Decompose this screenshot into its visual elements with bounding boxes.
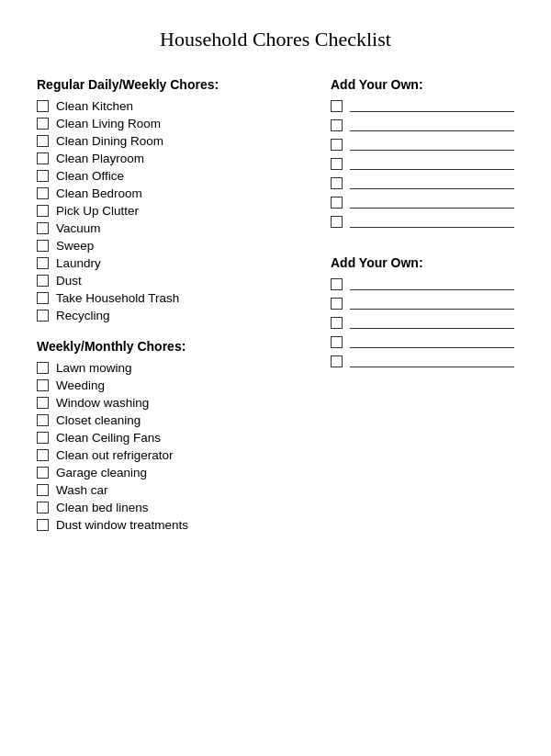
checkbox[interactable]: [37, 362, 49, 374]
add-own-checkbox[interactable]: [331, 139, 343, 151]
add-own-row: [331, 316, 514, 329]
item-label: Clean Dining Room: [56, 134, 163, 148]
add-own-line: [350, 277, 514, 290]
item-label: Pick Up Clutter: [56, 204, 139, 218]
add-own-title-2: Add Your Own:: [331, 255, 514, 270]
list-item: Vacuum: [37, 221, 312, 235]
add-own-checkbox[interactable]: [331, 355, 343, 367]
checkbox[interactable]: [37, 467, 49, 479]
add-own-row: [331, 157, 514, 170]
add-own-row: [331, 277, 514, 290]
list-item: Clean Playroom: [37, 152, 312, 165]
add-own-line: [350, 138, 514, 151]
add-own-checkbox[interactable]: [331, 298, 343, 310]
add-own-row: [331, 196, 514, 209]
add-own-checkbox[interactable]: [331, 216, 343, 228]
add-own-checkbox[interactable]: [331, 177, 343, 189]
list-item: Wash car: [37, 483, 312, 497]
page: Household Chores Checklist Regular Daily…: [0, 0, 551, 756]
add-own-line: [350, 157, 514, 170]
add-own-checkbox[interactable]: [331, 317, 343, 329]
list-item: Dust: [37, 274, 312, 288]
item-label: Laundry: [56, 256, 101, 270]
list-item: Window washing: [37, 396, 312, 410]
checkbox[interactable]: [37, 275, 49, 287]
item-label: Window washing: [56, 396, 149, 410]
left-column: Regular Daily/Weekly Chores: Clean Kitch…: [37, 77, 331, 548]
list-item: Clean Dining Room: [37, 134, 312, 148]
checkbox[interactable]: [37, 449, 49, 461]
list-item: Weeding: [37, 378, 312, 392]
item-label: Wash car: [56, 483, 108, 497]
add-own-line: [350, 215, 514, 228]
list-item: Clean Living Room: [37, 117, 312, 130]
item-label: Vacuum: [56, 221, 101, 235]
item-label: Garage cleaning: [56, 466, 147, 480]
add-own-line: [350, 176, 514, 189]
item-label: Clean Ceiling Fans: [56, 431, 161, 445]
list-item: Closet cleaning: [37, 413, 312, 427]
add-own-row: [331, 215, 514, 228]
list-item: Clean Bedroom: [37, 186, 312, 200]
add-own-title-1: Add Your Own:: [331, 77, 514, 92]
add-own-row: [331, 99, 514, 112]
checkbox[interactable]: [37, 484, 49, 496]
list-item: Clean Ceiling Fans: [37, 431, 312, 445]
item-label: Clean Kitchen: [56, 99, 133, 113]
weekly-monthly-list: Lawn mowing Weeding Window washing Close…: [37, 361, 312, 532]
add-own-checkbox[interactable]: [331, 278, 343, 290]
checkbox[interactable]: [37, 222, 49, 234]
item-label: Weeding: [56, 378, 105, 392]
checkbox[interactable]: [37, 135, 49, 147]
item-label: Dust window treatments: [56, 518, 188, 532]
checkbox[interactable]: [37, 100, 49, 112]
list-item: Dust window treatments: [37, 518, 312, 532]
section-daily-weekly: Regular Daily/Weekly Chores: Clean Kitch…: [37, 77, 312, 322]
item-label: Take Household Trash: [56, 291, 179, 305]
checkbox[interactable]: [37, 240, 49, 252]
list-item: Clean bed linens: [37, 501, 312, 514]
item-label: Clean Bedroom: [56, 186, 142, 200]
checkbox[interactable]: [37, 118, 49, 130]
item-label: Clean out refrigerator: [56, 448, 174, 462]
checkbox[interactable]: [37, 257, 49, 269]
checkbox[interactable]: [37, 187, 49, 199]
checkbox[interactable]: [37, 432, 49, 444]
checkbox[interactable]: [37, 379, 49, 391]
add-own-row: [331, 335, 514, 348]
checkbox[interactable]: [37, 152, 49, 164]
add-own-row: [331, 118, 514, 131]
add-own-section-2: Add Your Own:: [331, 255, 514, 367]
add-own-checkbox[interactable]: [331, 119, 343, 131]
add-own-section-1: Add Your Own:: [331, 77, 514, 228]
checkbox[interactable]: [37, 292, 49, 304]
list-item: Clean Office: [37, 169, 312, 183]
item-label: Clean Playroom: [56, 152, 144, 165]
add-own-row: [331, 176, 514, 189]
add-own-checkbox[interactable]: [331, 158, 343, 170]
checkbox[interactable]: [37, 502, 49, 513]
item-label: Recycling: [56, 309, 110, 322]
checkbox[interactable]: [37, 414, 49, 426]
page-title: Household Chores Checklist: [37, 28, 514, 51]
checkbox[interactable]: [37, 397, 49, 409]
list-item: Lawn mowing: [37, 361, 312, 375]
item-label: Clean bed linens: [56, 501, 149, 514]
checkbox[interactable]: [37, 205, 49, 217]
section1-title: Regular Daily/Weekly Chores:: [37, 77, 312, 92]
checkbox[interactable]: [37, 310, 49, 322]
checkbox[interactable]: [37, 170, 49, 182]
main-layout: Regular Daily/Weekly Chores: Clean Kitch…: [37, 77, 514, 548]
add-own-row: [331, 297, 514, 310]
list-item: Pick Up Clutter: [37, 204, 312, 218]
list-item: Garage cleaning: [37, 466, 312, 480]
add-own-checkbox[interactable]: [331, 336, 343, 348]
add-own-checkbox[interactable]: [331, 100, 343, 112]
checkbox[interactable]: [37, 519, 49, 531]
list-item: Clean out refrigerator: [37, 448, 312, 462]
add-own-checkbox[interactable]: [331, 197, 343, 209]
add-own-line: [350, 297, 514, 310]
list-item: Take Household Trash: [37, 291, 312, 305]
list-item: Clean Kitchen: [37, 99, 312, 113]
section-weekly-monthly: Weekly/Monthly Chores: Lawn mowing Weedi…: [37, 339, 312, 532]
